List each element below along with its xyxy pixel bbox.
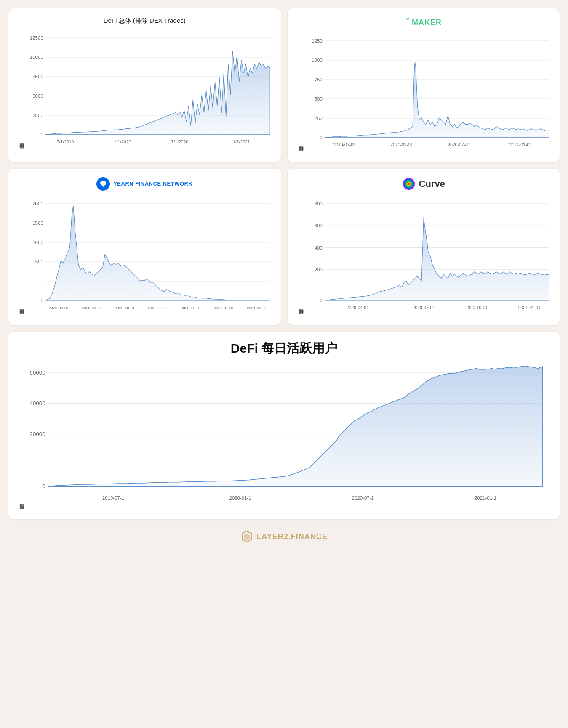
svg-text:20000: 20000 [29, 430, 45, 437]
curve-card: Curve 每日用户增长 [288, 169, 560, 325]
svg-text:2021-01-01: 2021-01-01 [213, 306, 234, 310]
defi-daily-svg: 60000 40000 20000 0 2019-07-1 2020-01-1 … [26, 364, 551, 513]
maker-svg: 1250 1000 750 500 250 0 2019-07-01 2020-… [305, 32, 552, 155]
defi-daily-title: DeFi 每日活跃用户 [17, 340, 551, 357]
svg-text:2020-11-01: 2020-11-01 [148, 306, 168, 310]
curve-brand-text: Curve [419, 178, 445, 189]
yearn-card: YEARN FINANCE NETWORK 每日用户增长 [8, 169, 281, 325]
curve-chart-inner: 800 600 400 200 0 2020-04-01 2020-07-01 … [305, 195, 552, 318]
svg-text:2020-07-01: 2020-07-01 [412, 306, 435, 310]
charts-row-2: YEARN FINANCE NETWORK 每日用户增长 [8, 169, 560, 325]
curve-svg: 800 600 400 200 0 2020-04-01 2020-07-01 … [305, 195, 552, 318]
svg-text:1250: 1250 [312, 38, 323, 43]
yearn-icon [96, 177, 110, 191]
svg-text:1000: 1000 [312, 58, 323, 63]
svg-text:2021-02-01: 2021-02-01 [247, 306, 267, 310]
svg-text:2020-07-1: 2020-07-1 [352, 495, 374, 500]
svg-text:800: 800 [314, 201, 322, 206]
svg-text:2020-09-01: 2020-09-01 [82, 306, 102, 310]
svg-text:500: 500 [35, 259, 43, 264]
svg-text:2020-04-01: 2020-04-01 [346, 306, 369, 310]
svg-text:400: 400 [314, 245, 322, 250]
defi-total-chart-inner: 12500 10000 7500 5000 2500 0 7/1/2019 1/… [26, 29, 272, 152]
yearn-brand: YEARN FINANCE NETWORK [17, 177, 272, 191]
svg-marker-68 [325, 217, 549, 300]
layer2-icon [240, 530, 253, 543]
yearn-chart-area: 每日用户增长 [17, 195, 272, 318]
maker-logo-icon: ˇ [405, 17, 408, 28]
svg-text:0: 0 [40, 132, 43, 137]
svg-text:2020-07-01: 2020-07-01 [448, 143, 470, 147]
curve-y-label: 每日用户增长 [296, 195, 305, 318]
svg-text:2500: 2500 [32, 113, 43, 118]
svg-text:2021-01-1: 2021-01-1 [475, 495, 496, 500]
curve-chart-area: 每日用户增长 800 [296, 195, 552, 318]
svg-text:2019-07-01: 2019-07-01 [333, 143, 356, 147]
svg-text:2021-01-01: 2021-01-01 [509, 143, 532, 147]
svg-text:5000: 5000 [32, 93, 43, 98]
svg-text:40000: 40000 [29, 400, 45, 406]
svg-text:2000: 2000 [32, 201, 43, 206]
svg-text:2020-12-01: 2020-12-01 [181, 306, 201, 310]
svg-point-53 [403, 178, 415, 190]
svg-text:200: 200 [314, 267, 322, 272]
svg-text:2020-01-1: 2020-01-1 [229, 495, 251, 500]
svg-text:2020-01-01: 2020-01-01 [390, 143, 413, 147]
svg-text:500: 500 [314, 96, 322, 101]
svg-text:1000: 1000 [32, 240, 43, 245]
svg-marker-33 [325, 62, 549, 138]
curve-brand: Curve [296, 177, 552, 191]
defi-daily-chart-area: 每日活跃用户 60000 40000 20000 [17, 364, 551, 513]
svg-text:12500: 12500 [30, 35, 43, 40]
defi-total-chart-area: 每日用户增长 12500 10000 7500 5000 [17, 29, 272, 152]
footer: LAYER2.FINANCE [8, 530, 560, 547]
yearn-brand-text: YEARN FINANCE NETWORK [113, 181, 192, 187]
curve-icon [402, 177, 416, 191]
svg-marker-16 [45, 51, 270, 135]
yearn-svg: 2000 1500 1000 500 0 2020-08-01 2020-09-… [26, 195, 272, 318]
svg-text:7/1/2020: 7/1/2020 [171, 140, 189, 144]
svg-text:250: 250 [314, 116, 322, 121]
maker-y-label: 每日用户增长 [296, 32, 305, 155]
svg-text:0: 0 [40, 298, 43, 303]
defi-total-card: DeFi 总体 (排除 DEX Trades) 每日用户增长 12500 [8, 8, 281, 162]
maker-brand: ˇ MAKER [296, 17, 552, 28]
yearn-chart-inner: 2000 1500 1000 500 0 2020-08-01 2020-09-… [26, 195, 272, 318]
svg-text:0: 0 [42, 483, 45, 489]
footer-brand-text: LAYER2.FINANCE [256, 532, 327, 541]
svg-text:0: 0 [320, 298, 322, 303]
svg-text:1/1/2021: 1/1/2021 [233, 140, 250, 144]
svg-text:600: 600 [314, 223, 322, 228]
svg-text:2021-01-01: 2021-01-01 [518, 306, 541, 310]
svg-text:1/1/2020: 1/1/2020 [114, 140, 131, 144]
page-container: DeFi 总体 (排除 DEX Trades) 每日用户增长 12500 [8, 8, 560, 547]
maker-chart-inner: 1250 1000 750 500 250 0 2019-07-01 2020-… [305, 32, 552, 155]
svg-marker-81 [48, 366, 542, 486]
svg-marker-83 [244, 534, 250, 540]
maker-brand-text: MAKER [412, 18, 442, 27]
footer-brand: LAYER2.FINANCE [8, 530, 560, 543]
charts-row-1: DeFi 总体 (排除 DEX Trades) 每日用户增长 12500 [8, 8, 560, 162]
svg-text:0: 0 [320, 135, 322, 140]
svg-text:2020-08-01: 2020-08-01 [48, 306, 69, 310]
svg-text:750: 750 [314, 77, 322, 82]
defi-daily-card: DeFi 每日活跃用户 每日活跃用户 60000 40000 [8, 332, 560, 520]
svg-text:7/1/2019: 7/1/2019 [57, 140, 74, 144]
svg-text:10000: 10000 [30, 55, 43, 60]
defi-daily-y-label: 每日活跃用户 [17, 364, 26, 513]
svg-text:2019-07-1: 2019-07-1 [102, 495, 124, 500]
svg-marker-52 [45, 206, 270, 300]
svg-text:1500: 1500 [32, 221, 43, 226]
yearn-y-label: 每日用户增长 [17, 195, 26, 318]
svg-text:60000: 60000 [29, 369, 45, 375]
svg-text:2020-10-01: 2020-10-01 [465, 306, 488, 310]
svg-text:2020-10-01: 2020-10-01 [115, 306, 135, 310]
maker-chart-area: 每日用户增长 [296, 32, 552, 155]
maker-card: ˇ MAKER 每日用户增长 [288, 8, 560, 162]
defi-total-title: DeFi 总体 (排除 DEX Trades) [17, 17, 272, 25]
svg-text:7500: 7500 [32, 74, 43, 79]
defi-daily-chart-inner: 60000 40000 20000 0 2019-07-1 2020-01-1 … [26, 364, 551, 513]
defi-total-y-label: 每日用户增长 [17, 29, 26, 152]
defi-total-svg: 12500 10000 7500 5000 2500 0 7/1/2019 1/… [26, 29, 272, 152]
